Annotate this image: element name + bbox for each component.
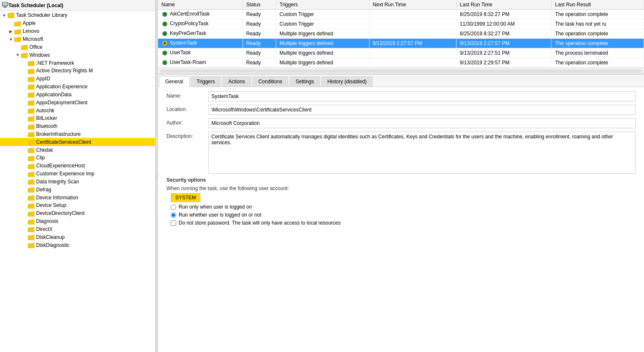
cell-status: Ready [243,39,276,48]
cell-triggers: Multiple triggers defined [276,39,370,48]
tree-item-bluetooth[interactable]: Bluetooth [0,122,155,130]
tree-item-appdata[interactable]: ApplicationData [0,90,155,98]
tree-item-brokerinfra[interactable]: BrokerInfrastructure [0,130,155,138]
table-row[interactable]: UserTask-RoamReadyMultiple triggers defi… [158,58,644,68]
author-value[interactable]: Microsoft Corporation [209,118,636,128]
table-row[interactable]: SystemTaskReadyMultiple triggers defined… [158,39,644,48]
tree-item-diagnosis[interactable]: Diagnosis [0,217,155,225]
tree-item-label: Chkdsk [36,147,53,153]
tree-item-apple[interactable]: Apple [0,19,155,27]
svg-rect-3 [3,7,7,8]
radio-whether[interactable] [171,212,176,218]
folder-icon [28,194,36,201]
cell-triggers: Multiple triggers defined [276,48,370,58]
svg-rect-5 [14,23,21,26]
tree-item-appxdeployment[interactable]: AppxDeploymentClient [0,98,155,106]
tree-item-certservices[interactable]: CertificateServicesClient [0,138,155,146]
tab-actions[interactable]: Actions [222,76,251,87]
svg-rect-45 [164,61,166,64]
name-value[interactable]: SystemTask [209,91,636,101]
folder-icon [28,186,36,193]
tree-item-label: Autochk [36,108,54,114]
table-row[interactable]: AikCertEnrollTaskReadyCustom Trigger8/25… [158,10,644,19]
tree-item-microsoft[interactable]: ▼ Microsoft [0,35,155,43]
library-item[interactable]: ▼ Task Scheduler Library [0,11,155,19]
tree-item-chkdsk[interactable]: Chkdsk [0,146,155,154]
tree-item-cloudexperience[interactable]: CloudExperienceHost [0,162,155,170]
svg-rect-9 [21,54,28,58]
expand-arrow: ▶ [8,29,13,34]
description-value[interactable]: Certificate Services Client automaticall… [209,132,636,174]
tree-item-directx[interactable]: DirectX [0,225,155,233]
folder-icon [28,147,36,153]
svg-rect-41 [164,42,166,45]
tab-general[interactable]: General [159,76,190,87]
tab-conditions[interactable]: Conditions [252,76,289,87]
tree-item-deviceinfo[interactable]: Device Information [0,193,155,201]
tab-triggers[interactable]: Triggers [190,76,222,87]
tree-item-office[interactable]: Office [0,43,155,51]
radio-loggedon[interactable] [171,204,176,210]
tab-settings[interactable]: Settings [289,76,320,87]
task-icon [161,21,170,26]
tree-item-label: Office [29,44,42,50]
cell-lastRunTime: 11/30/1999 12:00:00 AM [456,19,552,29]
col-triggers: Triggers [276,0,370,10]
svg-rect-24 [28,173,34,177]
tree-item-label: DeviceDirectoryClient [36,210,84,216]
tree-item-adrights[interactable]: Active Directory Rights M [0,67,155,75]
cell-lastRunTime: 8/25/2019 8:32:27 PM [456,10,552,19]
col-last-result: Last Run Result [552,0,644,10]
svg-rect-4 [8,14,14,18]
horizontal-scrollbar[interactable] [158,68,644,74]
tree-item-label: DirectX [36,226,53,232]
tree-item-diskcleanup[interactable]: DiskCleanup [0,233,155,241]
tree-item-dataintegrity[interactable]: Data Integrity Scan [0,178,155,186]
tab-history-(disabled)[interactable]: History (disabled) [321,76,373,87]
user-account-value[interactable]: SYSTEM [171,193,201,202]
folder-icon [28,76,36,82]
tree-item-bitlocker[interactable]: BitLocker [0,114,155,122]
tree-item-netframework[interactable]: .NET Framework [0,59,155,67]
location-value[interactable]: \Microsoft\Windows\CertificateServicesCl… [209,105,636,115]
folder-icon [28,155,36,161]
tree-item-appid[interactable]: AppID [0,75,155,83]
task-name-cell: KeyPreGenTask [158,29,243,39]
cell-nextRunTime [369,19,456,29]
tree-item-clip[interactable]: Clip [0,154,155,162]
col-name: Name [158,0,243,10]
cell-nextRunTime [369,29,456,39]
cell-status: Ready [243,19,276,29]
tree-item-customerexp[interactable]: Customer Experience Imp [0,170,155,178]
cell-nextRunTime [369,48,456,58]
folder-icon-library [8,12,14,19]
tree-item-devicesetup[interactable]: Device Setup [0,201,155,209]
tree-item-label: ApplicationData [36,92,71,98]
table-row[interactable]: CryptoPolicyTaskReadyCustom Trigger11/30… [158,19,644,29]
checkbox-nostore[interactable] [171,220,176,226]
expand-arrow: ▼ [15,53,20,58]
cell-lastRunTime: 9/13/2019 2:27:51 PM [456,48,552,58]
tree-item-windows[interactable]: ▼ Windows [0,51,155,59]
tree-root[interactable]: Task Scheduler (Local) [0,0,155,11]
tree-item-autochk[interactable]: Autochk [0,106,155,114]
svg-rect-28 [28,205,34,209]
table-row[interactable]: KeyPreGenTaskReadyMultiple triggers defi… [158,29,644,39]
tree-item-devicedirclient[interactable]: DeviceDirectoryClient [0,209,155,217]
tree-item-diskdiagnostic[interactable]: DiskDiagnostic [0,241,155,249]
task-table-area: Name Status Triggers Next Run Time Last … [158,0,644,74]
tree-item-appexperience[interactable]: Application Experience [0,83,155,91]
tree-item-label: AppxDeploymentClient [36,100,87,106]
resize-handle[interactable] [156,0,158,352]
tree-item-lenovo[interactable]: ▶ Lenovo [0,27,155,35]
cell-lastRunTime: 9/13/2019 2:27:57 PM [456,39,552,48]
svg-rect-13 [28,86,34,90]
folder-icon [28,91,36,98]
expand-arrow: ▼ [2,13,7,18]
cell-lastRunTime: 9/13/2019 2:29:57 PM [456,58,552,68]
folder-icon [28,99,36,106]
tree-item-label: BitLocker [36,115,57,121]
table-row[interactable]: UserTaskReadyMultiple triggers defined9/… [158,48,644,58]
tree-item-defrag[interactable]: Defrag [0,185,155,193]
tree-item-label: CloudExperienceHost [36,163,85,169]
